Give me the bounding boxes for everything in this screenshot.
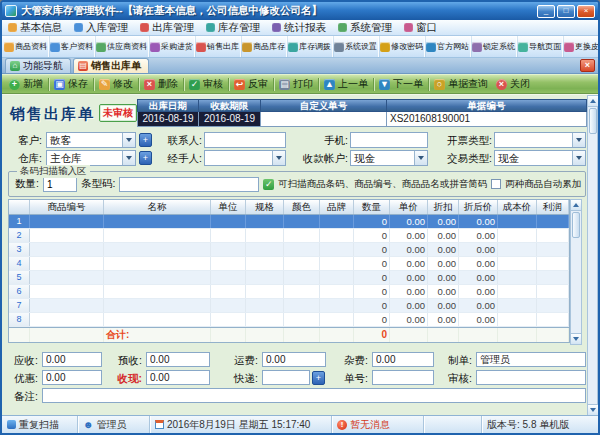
express-input[interactable] [262, 370, 310, 385]
prepaid-input[interactable] [146, 352, 210, 367]
col-product-code[interactable]: 商品编号 [30, 200, 104, 214]
tab-function-nav[interactable]: ⌂ 功能导航 [5, 58, 71, 73]
add-customer-button[interactable] [139, 133, 152, 147]
minimize-button[interactable]: _ [537, 5, 555, 18]
scroll-thumb[interactable] [572, 212, 580, 238]
scroll-thumb[interactable] [589, 108, 597, 134]
maximize-button[interactable]: □ [557, 5, 575, 18]
btn-prev-doc[interactable]: ▲上一单 [320, 75, 372, 93]
col-cost[interactable]: 成本价 [498, 200, 537, 214]
col-qty[interactable]: 数量 [354, 200, 390, 214]
toolbar-supplier-info[interactable]: 供应商资料 [95, 36, 149, 58]
toolbar-product-info[interactable]: 商品资料 [3, 36, 49, 58]
customer-select[interactable]: 散客 [46, 132, 136, 148]
toolbar-stock-transfer[interactable]: 库存调拨 [287, 36, 333, 58]
btn-delete[interactable]: ×删除 [140, 75, 182, 93]
message-indicator[interactable]: 暂无消息 [332, 416, 424, 433]
chevron-down-icon[interactable] [122, 133, 135, 147]
table-row[interactable]: 400.000.000.00 [9, 257, 569, 271]
tab-close-button[interactable]: × [580, 59, 595, 72]
toolbar-change-skin[interactable]: 更换皮肤 [563, 36, 598, 58]
doc-no-value[interactable]: XS201608190001 [387, 112, 587, 127]
toolbar-system-settings[interactable]: 系统设置 [333, 36, 379, 58]
chevron-down-icon[interactable] [414, 151, 427, 165]
toolbar-product-stock[interactable]: 商品库存 [241, 36, 287, 58]
menu-item-inbound[interactable]: 入库管理 [68, 20, 134, 36]
handler-select[interactable] [204, 150, 286, 166]
cash-received-input[interactable] [146, 370, 210, 385]
col-discount[interactable]: 折扣 [428, 200, 459, 214]
misc-fee-input[interactable] [372, 352, 434, 367]
scan-qty-input[interactable] [43, 177, 77, 192]
col-profit[interactable]: 利润 [537, 200, 569, 214]
btn-doc-query[interactable]: ○单据查询 [430, 75, 492, 93]
table-row[interactable]: 500.000.000.00 [9, 271, 569, 285]
express-lookup-button[interactable] [312, 371, 325, 385]
menu-item-reports[interactable]: 统计报表 [266, 20, 332, 36]
btn-new[interactable]: +新增 [5, 75, 47, 93]
scroll-up-icon[interactable] [588, 96, 598, 107]
add-warehouse-button[interactable] [139, 151, 152, 165]
mobile-input[interactable] [350, 132, 428, 148]
chevron-down-icon[interactable] [572, 151, 585, 165]
table-scrollbar[interactable] [570, 199, 582, 345]
receivable-input[interactable] [42, 352, 102, 367]
toolbar-purchase[interactable]: 采购进货 [149, 36, 195, 58]
btn-edit[interactable]: ✎修改 [95, 75, 137, 93]
remark-input[interactable] [42, 388, 586, 403]
table-row[interactable]: 300.000.000.00 [9, 243, 569, 257]
table-row[interactable]: 200.000.000.00 [9, 229, 569, 243]
table-row[interactable]: 600.000.000.00 [9, 285, 569, 299]
scroll-down-icon[interactable] [588, 404, 598, 415]
menu-item-window[interactable]: 窗口 [398, 20, 443, 36]
col-unit[interactable]: 单位 [211, 200, 246, 214]
toolbar-sales-outbound[interactable]: 销售出库 [195, 36, 241, 58]
freight-input[interactable] [262, 352, 326, 367]
tracking-no-input[interactable] [372, 370, 434, 385]
scroll-down-icon[interactable] [571, 333, 581, 344]
warehouse-select[interactable]: 主仓库 [46, 150, 136, 166]
col-spec[interactable]: 规格 [246, 200, 284, 214]
due-date-value[interactable]: 2016-08-19 [199, 112, 261, 127]
scroll-up-icon[interactable] [571, 200, 581, 211]
auto-accumulate-checkbox[interactable] [491, 179, 501, 189]
btn-save[interactable]: ▣保存 [50, 75, 92, 93]
barcode-input[interactable] [119, 177, 259, 192]
btn-unaudit[interactable]: ↩反审 [230, 75, 272, 93]
auditor-input[interactable] [476, 370, 586, 385]
col-name[interactable]: 名称 [104, 200, 211, 214]
page-scrollbar[interactable] [587, 95, 598, 416]
toolbar-change-password[interactable]: 修改密码 [379, 36, 425, 58]
custom-no-value[interactable] [261, 112, 387, 127]
out-date-value[interactable]: 2016-08-19 [137, 112, 199, 127]
contact-input[interactable] [204, 132, 286, 148]
invoice-type-select[interactable] [494, 132, 586, 148]
account-select[interactable]: 现金 [350, 150, 428, 166]
menu-item-basic-info[interactable]: 基本信息 [2, 20, 68, 36]
col-price[interactable]: 单价 [390, 200, 428, 214]
toolbar-lock-system[interactable]: 锁定系统 [471, 36, 517, 58]
maker-input[interactable] [476, 352, 586, 367]
menu-item-inventory[interactable]: 库存管理 [200, 20, 266, 36]
btn-print[interactable]: ▤打印 [275, 75, 317, 93]
chevron-down-icon[interactable] [122, 151, 135, 165]
table-row[interactable]: 100.000.000.00 [9, 215, 569, 229]
menu-item-outbound[interactable]: 出库管理 [134, 20, 200, 36]
btn-audit[interactable]: ✓审核 [185, 75, 227, 93]
discount-input[interactable] [42, 370, 102, 385]
btn-next-doc[interactable]: ▼下一单 [375, 75, 427, 93]
toolbar-nav-page[interactable]: 导航页面 [517, 36, 563, 58]
menu-item-system[interactable]: 系统管理 [332, 20, 398, 36]
repeat-scan-toggle[interactable]: 重复扫描 [2, 416, 78, 433]
toolbar-customer-info[interactable]: 客户资料 [49, 36, 95, 58]
trade-type-select[interactable]: 现金 [494, 150, 586, 166]
col-disc-price[interactable]: 折后价 [459, 200, 498, 214]
table-row[interactable]: 800.000.000.00 [9, 313, 569, 327]
chevron-down-icon[interactable] [272, 151, 285, 165]
tab-sales-outbound[interactable]: ▤ 销售出库单 [73, 58, 149, 73]
close-button[interactable]: × [577, 5, 595, 18]
toolbar-official-website[interactable]: 官方网站 [425, 36, 471, 58]
chevron-down-icon[interactable] [572, 133, 585, 147]
table-row[interactable]: 700.000.000.00 [9, 299, 569, 313]
col-brand[interactable]: 品牌 [320, 200, 354, 214]
